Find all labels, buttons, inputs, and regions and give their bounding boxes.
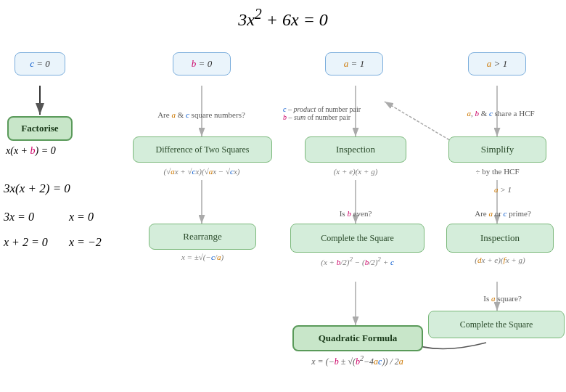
complete-square-mid-label: Complete the Square bbox=[321, 233, 394, 244]
complete-square-right-label: Complete the Square bbox=[460, 319, 533, 330]
complete-square-right-box: Complete the Square bbox=[428, 311, 565, 338]
rearrange-formula: x = ±√(−c/a) bbox=[149, 253, 256, 261]
c-eq-0-box: c = 0 bbox=[15, 52, 65, 75]
complete-square-mid-formula: (x + b/2)2 − (b/2)2 + c bbox=[290, 256, 424, 266]
step3a: x + 2 = 0 bbox=[4, 236, 48, 249]
quadratic-formula-box: Quadratic Formula bbox=[292, 325, 423, 351]
inspection-mid-label: Inspection bbox=[336, 144, 375, 155]
factorise-label: Factorise bbox=[21, 123, 58, 134]
factorise-box: Factorise bbox=[7, 116, 73, 141]
step1: 3x(x + 2) = 0 bbox=[4, 181, 70, 196]
b-eq-0-box: b = 0 bbox=[173, 52, 231, 75]
simplify-label: Simplify bbox=[481, 144, 514, 155]
complete-square-mid-box: Complete the Square bbox=[290, 224, 424, 253]
a-b-c-hcf-label: a, b & c share a HCF bbox=[446, 109, 555, 118]
rearrange-label: Rearrange bbox=[183, 231, 221, 242]
are-a-c-square-label: Are a & c square numbers? bbox=[142, 110, 261, 119]
inspection-right-box: Inspection bbox=[446, 224, 554, 253]
step2b: x = 0 bbox=[69, 211, 94, 224]
a-gt-1-mid-label: a > 1 bbox=[485, 185, 521, 194]
a-gt-1-top-box: a > 1 bbox=[468, 52, 526, 75]
div-hcf-label: ÷ by the HCF bbox=[448, 167, 546, 176]
inspection-right-formula: (dx + e)(fx + g) bbox=[446, 256, 554, 264]
factorise-result: x(x + b) = 0 bbox=[6, 145, 56, 157]
diff-formula: (√ax + √cx)(√ax − √cx) bbox=[129, 167, 274, 176]
diff-two-squares-label: Difference of Two Squares bbox=[155, 144, 249, 155]
inspection-right-label: Inspection bbox=[480, 232, 520, 244]
quadratic-formula-expr: x = (−b ± √(b2−4ac)) / 2a bbox=[290, 354, 424, 367]
diff-two-squares-box: Difference of Two Squares bbox=[133, 136, 272, 163]
simplify-box: Simplify bbox=[448, 136, 546, 163]
is-b-even-label: Is b even? bbox=[312, 209, 399, 218]
main-title: 3x2 + 6x = 0 bbox=[0, 0, 566, 30]
quadratic-formula-label: Quadratic Formula bbox=[319, 332, 398, 344]
rearrange-box: Rearrange bbox=[149, 224, 256, 250]
are-a-c-prime-label: Are a or c prime? bbox=[448, 209, 557, 218]
step2a: 3x = 0 bbox=[4, 211, 34, 224]
c-product-label: c – product of number pair b – sum of nu… bbox=[283, 105, 410, 121]
inspection-mid-box: Inspection bbox=[305, 136, 406, 163]
is-a-square-label: Is a square? bbox=[454, 294, 551, 303]
a-eq-1-box: a = 1 bbox=[325, 52, 383, 75]
inspection-mid-formula: (x + e)(x + g) bbox=[305, 167, 406, 176]
step3b: x = −2 bbox=[69, 236, 102, 249]
